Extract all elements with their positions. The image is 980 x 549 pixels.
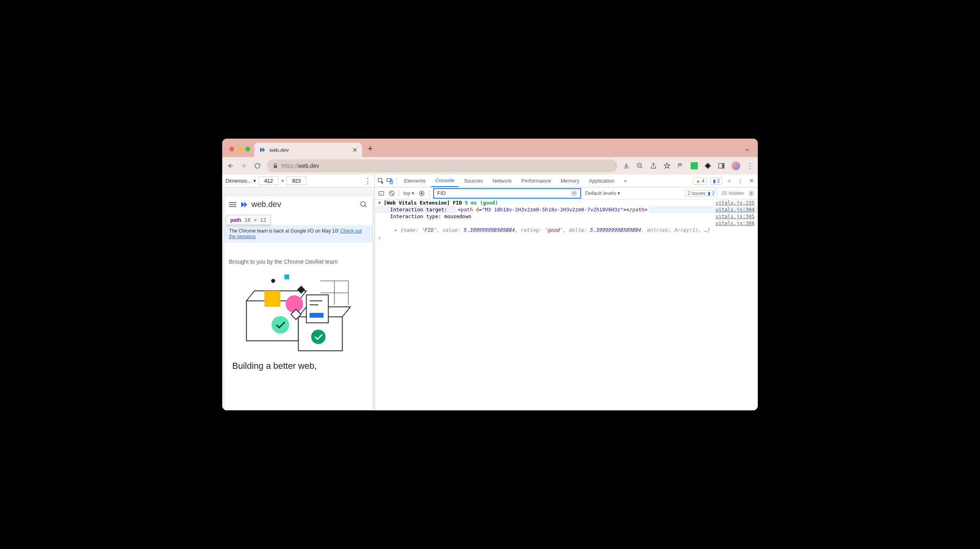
window-minimize-button[interactable] xyxy=(237,147,242,151)
share-icon[interactable] xyxy=(650,162,657,169)
chrome-tab-bar: web.dev ✕ + ⌄ xyxy=(222,139,758,157)
hidden-count[interactable]: 25 hidden xyxy=(721,190,744,196)
source-link[interactable]: vitals.js:308 xyxy=(715,220,755,226)
height-input[interactable] xyxy=(287,177,307,185)
search-icon[interactable] xyxy=(360,201,368,209)
profile-avatar[interactable] xyxy=(731,161,740,170)
devtools-close-button[interactable]: ✕ xyxy=(748,178,755,184)
webdev-logo[interactable]: web.dev xyxy=(240,200,281,209)
device-viewport: web.dev path 18 × 12 The Chrome team is … xyxy=(222,187,374,410)
new-tab-button[interactable]: + xyxy=(362,143,378,157)
console-output: ▼ [Web Vitals Extension] FID 5 ms (good)… xyxy=(375,199,758,410)
address-bar[interactable]: https://web.dev xyxy=(267,159,617,172)
tab-application[interactable]: Application xyxy=(585,175,619,187)
toggle-sidebar-icon[interactable] xyxy=(378,190,384,197)
tab-network[interactable]: Network xyxy=(489,175,516,187)
extensions-icon[interactable] xyxy=(704,162,711,169)
side-panel-icon[interactable] xyxy=(718,162,725,169)
web-vitals-extension-icon[interactable] xyxy=(691,162,698,169)
hero-heading: Building a better web, xyxy=(224,357,372,375)
svg-rect-6 xyxy=(265,291,281,307)
hero-subtitle: Brought to you by the Chrome DevRel team xyxy=(224,243,372,269)
device-emulation-pane: Dimensio… ▾ × ⋮ web.dev xyxy=(222,175,375,410)
tab-performance[interactable]: Performance xyxy=(517,175,555,187)
tab-close-button[interactable]: ✕ xyxy=(352,146,357,154)
svg-rect-18 xyxy=(310,313,324,318)
settings-icon[interactable] xyxy=(726,177,733,185)
warnings-badge[interactable]: ▲4 xyxy=(693,177,707,185)
console-filter-input[interactable]: FID ✕ xyxy=(433,188,581,199)
tabs-overflow-button[interactable]: ⌄ xyxy=(741,145,753,157)
window-close-button[interactable] xyxy=(229,147,234,151)
issues-badge[interactable]: 2 Issues: ▮2 xyxy=(685,190,717,197)
svg-point-28 xyxy=(751,193,752,194)
device-toggle-icon[interactable] xyxy=(386,177,393,185)
svg-rect-2 xyxy=(722,163,724,168)
inspect-element-icon[interactable] xyxy=(377,177,384,185)
flag-icon[interactable] xyxy=(677,162,684,169)
window-maximize-button[interactable] xyxy=(245,147,250,151)
svg-point-14 xyxy=(311,330,326,344)
bookmark-icon[interactable] xyxy=(663,162,671,169)
reload-button[interactable] xyxy=(253,162,261,170)
url-text: https://web.dev xyxy=(281,163,319,169)
browser-window: web.dev ✕ + ⌄ https://web.dev ⋮ xyxy=(222,139,758,410)
log-object-expanded[interactable]: ▸ {name: 'FID', value: 5.399999998509884… xyxy=(375,227,758,233)
svg-point-23 xyxy=(729,180,730,181)
browser-tab[interactable]: web.dev ✕ xyxy=(254,143,362,157)
clear-console-icon[interactable] xyxy=(388,190,395,197)
back-button[interactable] xyxy=(226,162,234,170)
console-prompt[interactable]: › xyxy=(375,233,758,243)
dimensions-dropdown[interactable]: Dimensio… ▾ xyxy=(225,178,256,184)
device-more-button[interactable]: ⋮ xyxy=(364,177,371,185)
messages-badge[interactable]: ▮2 xyxy=(710,177,723,185)
svg-point-11 xyxy=(272,316,289,334)
log-interaction-type[interactable]: Interaction type: mousedown vitals.js:30… xyxy=(375,213,758,220)
emulated-page: web.dev path 18 × 12 The Chrome team is … xyxy=(224,195,373,410)
device-toolbar: Dimensio… ▾ × ⋮ xyxy=(222,175,374,187)
lock-icon xyxy=(273,163,278,169)
source-link[interactable]: vitals.js:305 xyxy=(715,213,755,219)
tab-elements[interactable]: Elements xyxy=(400,175,430,187)
announcement-banner: The Chrome team is back at Google I/O on… xyxy=(224,225,372,243)
download-icon[interactable] xyxy=(623,162,630,169)
devtools-tabs: Elements Console Sources Network Perform… xyxy=(375,175,758,187)
clear-filter-button[interactable]: ✕ xyxy=(571,190,577,197)
source-link[interactable]: vitals.js:235 xyxy=(715,200,755,206)
inspect-tooltip: path 18 × 12 xyxy=(226,215,271,225)
log-object-src[interactable]: vitals.js:308 xyxy=(375,220,758,227)
svg-point-3 xyxy=(361,201,366,206)
devtools-more-button[interactable]: ⋮ xyxy=(736,178,745,184)
toolbar-right: ⋮ xyxy=(623,161,754,170)
console-settings-icon[interactable] xyxy=(748,190,755,197)
svg-point-9 xyxy=(271,279,275,283)
devtools-pane: Elements Console Sources Network Perform… xyxy=(375,175,758,410)
zoom-icon[interactable] xyxy=(636,162,643,169)
context-selector[interactable]: top ▾ xyxy=(403,190,414,196)
menu-icon[interactable] xyxy=(229,202,236,207)
log-levels-dropdown[interactable]: Default levels ▾ xyxy=(585,190,620,196)
chrome-menu-button[interactable]: ⋮ xyxy=(747,161,754,170)
log-interaction-target[interactable]: Interaction target: <path d="M3 18h18v-2… xyxy=(375,206,758,213)
width-input[interactable] xyxy=(259,177,279,185)
tab-sources[interactable]: Sources xyxy=(460,175,487,187)
tooltip-element: path xyxy=(230,217,241,223)
tab-title: web.dev xyxy=(269,147,349,153)
traffic-lights xyxy=(227,147,254,157)
dimensions-separator: × xyxy=(281,178,284,184)
svg-rect-15 xyxy=(307,295,329,323)
tab-console[interactable]: Console xyxy=(431,175,458,187)
console-toolbar: top ▾ FID ✕ Default levels ▾ 2 Issues: ▮… xyxy=(375,187,758,199)
source-link[interactable]: vitals.js:304 xyxy=(715,207,755,213)
svg-rect-8 xyxy=(285,274,289,279)
log-group-header[interactable]: ▼ [Web Vitals Extension] FID 5 ms (good)… xyxy=(375,199,758,206)
hero-illustration xyxy=(232,273,365,353)
webdev-logo-icon xyxy=(240,200,249,209)
tooltip-dimensions: 18 × 12 xyxy=(244,217,266,223)
tabs-overflow[interactable]: » xyxy=(620,175,631,187)
page-header: web.dev xyxy=(224,196,372,213)
url-toolbar: https://web.dev ⋮ xyxy=(222,157,758,175)
live-expression-icon[interactable] xyxy=(418,190,425,197)
tab-memory[interactable]: Memory xyxy=(557,175,584,187)
forward-button[interactable] xyxy=(240,162,248,170)
